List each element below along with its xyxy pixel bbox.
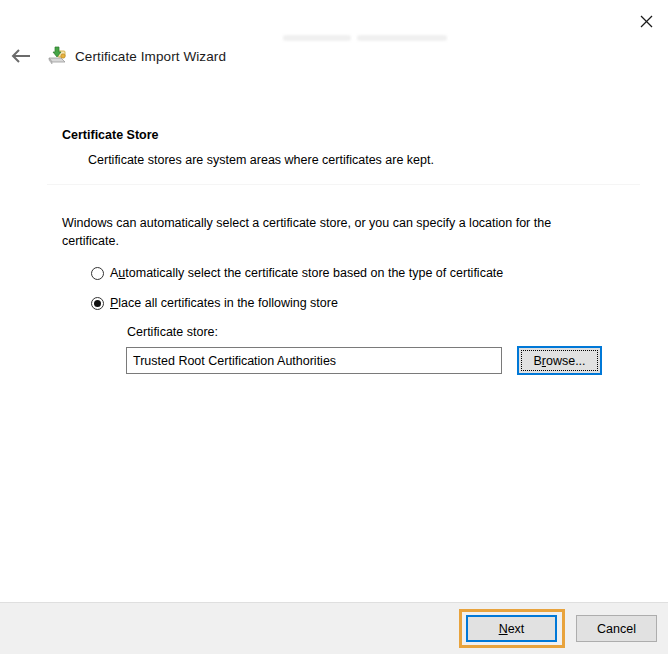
close-button[interactable] <box>634 10 658 32</box>
radio-automatic-label: Automatically select the certificate sto… <box>110 266 503 280</box>
section-heading: Certificate Store <box>62 128 159 142</box>
page-title: Certificate Import Wizard <box>75 49 226 64</box>
next-button[interactable]: Next <box>466 615 557 642</box>
redaction-smudge <box>357 35 447 41</box>
radio-place-in-store[interactable]: Place all certificates in the following … <box>91 296 338 310</box>
browse-button[interactable]: Browse... <box>517 346 602 375</box>
back-button[interactable] <box>10 47 32 65</box>
radio-place-label: Place all certificates in the following … <box>110 296 338 310</box>
section-divider <box>47 184 640 185</box>
intro-text: Windows can automatically select a certi… <box>62 214 610 250</box>
redaction-smudge <box>283 35 351 41</box>
back-arrow-icon <box>10 47 32 65</box>
cancel-button[interactable]: Cancel <box>576 615 657 642</box>
certificate-store-input[interactable] <box>126 347 502 374</box>
radio-automatic-store[interactable]: Automatically select the certificate sto… <box>91 266 503 280</box>
close-icon <box>640 15 653 28</box>
footer-button-bar <box>0 602 668 654</box>
radio-button-selected-icon[interactable] <box>91 297 104 310</box>
section-description: Certificate stores are system areas wher… <box>88 153 434 167</box>
radio-button-icon[interactable] <box>91 267 104 280</box>
certificate-store-label: Certificate store: <box>127 325 218 339</box>
certificate-import-wizard-icon <box>46 45 67 66</box>
